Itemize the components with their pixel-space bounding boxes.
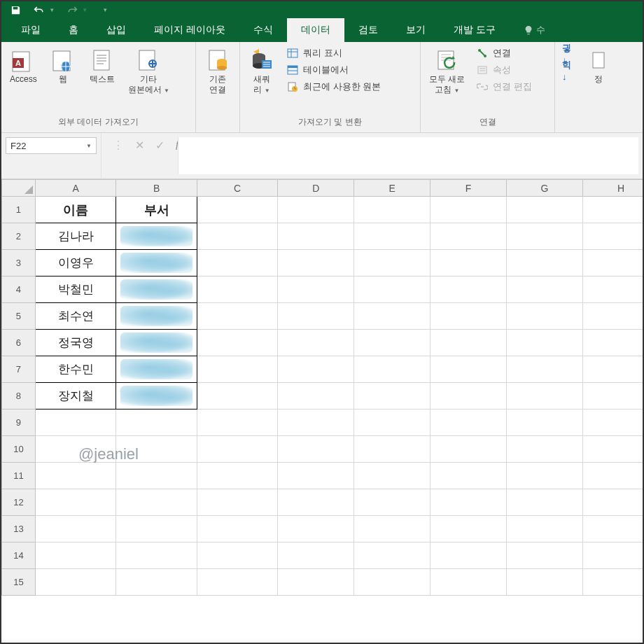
- cell[interactable]: [430, 303, 507, 330]
- cell[interactable]: [278, 489, 354, 516]
- tab-page-layout[interactable]: 페이지 레이아웃: [140, 18, 239, 42]
- tab-home[interactable]: 홈: [55, 18, 92, 42]
- cell[interactable]: [278, 569, 354, 596]
- cell[interactable]: [197, 542, 277, 569]
- cell[interactable]: [278, 410, 354, 436]
- cell[interactable]: [197, 356, 277, 383]
- cell[interactable]: [354, 223, 430, 250]
- cell[interactable]: [35, 410, 115, 436]
- select-all-corner[interactable]: [2, 180, 36, 197]
- formula-bar-input[interactable]: [178, 137, 638, 174]
- cell-B5[interactable]: [116, 303, 197, 330]
- cell[interactable]: [507, 383, 583, 410]
- col-header-H[interactable]: H: [582, 180, 644, 197]
- cell[interactable]: [354, 303, 430, 330]
- cell-B8[interactable]: [116, 383, 197, 410]
- recent-sources-button[interactable]: 최근에 사용한 원본: [285, 80, 382, 94]
- cell[interactable]: [197, 489, 277, 516]
- connections-button[interactable]: 연결: [475, 46, 533, 60]
- sort-button[interactable]: 정: [583, 46, 614, 86]
- from-table-button[interactable]: 테이블에서: [285, 63, 382, 77]
- cell[interactable]: [582, 436, 644, 463]
- cell[interactable]: [116, 542, 197, 569]
- cell[interactable]: [354, 410, 430, 436]
- cell[interactable]: [507, 330, 583, 356]
- cell[interactable]: [278, 223, 354, 250]
- cell[interactable]: [507, 276, 583, 303]
- col-header-E[interactable]: E: [354, 180, 430, 197]
- cell[interactable]: [582, 516, 644, 542]
- cell[interactable]: [354, 356, 430, 383]
- cell[interactable]: [430, 489, 507, 516]
- row-header[interactable]: 13: [2, 516, 36, 542]
- cell[interactable]: [35, 463, 115, 489]
- cell[interactable]: [507, 410, 583, 436]
- refresh-all-button[interactable]: 모두 새로고침 ▼: [426, 46, 468, 97]
- cell[interactable]: [582, 303, 644, 330]
- cell[interactable]: [278, 383, 354, 410]
- cell-A7[interactable]: 한수민: [35, 356, 115, 383]
- cell[interactable]: [35, 569, 115, 596]
- cell[interactable]: [430, 436, 507, 463]
- row-header[interactable]: 10: [2, 436, 36, 463]
- cell[interactable]: [582, 197, 644, 223]
- row-header[interactable]: 6: [2, 330, 36, 356]
- row-header[interactable]: 5: [2, 303, 36, 330]
- cell[interactable]: [582, 223, 644, 250]
- from-web-button[interactable]: 웹: [47, 46, 79, 86]
- cell[interactable]: [278, 463, 354, 489]
- cell[interactable]: [430, 276, 507, 303]
- cell-A5[interactable]: 최수연: [35, 303, 115, 330]
- cell[interactable]: [35, 516, 115, 542]
- cell[interactable]: [430, 383, 507, 410]
- row-header[interactable]: 8: [2, 383, 36, 410]
- col-header-A[interactable]: A: [35, 180, 115, 197]
- tab-formulas[interactable]: 수식: [239, 18, 287, 42]
- cell[interactable]: [430, 516, 507, 542]
- show-queries-button[interactable]: 쿼리 표시: [285, 46, 382, 60]
- tell-me[interactable]: 수: [510, 18, 559, 42]
- row-header[interactable]: 15: [2, 569, 36, 596]
- cell[interactable]: [582, 569, 644, 596]
- row-header[interactable]: 3: [2, 250, 36, 276]
- tab-developer[interactable]: 개발 도구: [440, 18, 510, 42]
- cell[interactable]: [507, 463, 583, 489]
- tab-view[interactable]: 보기: [392, 18, 440, 42]
- cell[interactable]: [116, 489, 197, 516]
- cell[interactable]: [116, 569, 197, 596]
- cell-A8[interactable]: 장지철: [35, 383, 115, 410]
- cell[interactable]: [430, 463, 507, 489]
- cell-A4[interactable]: 박철민: [35, 276, 115, 303]
- cell[interactable]: [197, 410, 277, 436]
- cell[interactable]: [354, 542, 430, 569]
- cell[interactable]: [197, 516, 277, 542]
- cell-A3[interactable]: 이영우: [35, 250, 115, 276]
- cell[interactable]: [582, 410, 644, 436]
- from-access-button[interactable]: A Access: [7, 46, 40, 86]
- row-header[interactable]: 12: [2, 489, 36, 516]
- cell[interactable]: [507, 303, 583, 330]
- cell[interactable]: [507, 516, 583, 542]
- cell[interactable]: [354, 436, 430, 463]
- row-header[interactable]: 4: [2, 276, 36, 303]
- cell[interactable]: [278, 250, 354, 276]
- cell[interactable]: [582, 463, 644, 489]
- cell-B6[interactable]: [116, 330, 197, 356]
- tab-review[interactable]: 검토: [344, 18, 392, 42]
- col-header-C[interactable]: C: [197, 180, 277, 197]
- cell[interactable]: [278, 356, 354, 383]
- cell-B4[interactable]: [116, 276, 197, 303]
- row-header[interactable]: 11: [2, 463, 36, 489]
- cell[interactable]: [507, 542, 583, 569]
- cell[interactable]: [278, 197, 354, 223]
- cell[interactable]: [430, 569, 507, 596]
- cell-B1[interactable]: 부서: [116, 197, 197, 223]
- cell[interactable]: [35, 542, 115, 569]
- cell[interactable]: [197, 303, 277, 330]
- new-query-button[interactable]: 새쿼리 ▼: [246, 46, 278, 97]
- cell[interactable]: [354, 569, 430, 596]
- cell-B3[interactable]: [116, 250, 197, 276]
- worksheet[interactable]: A B C D E F G H 1 이름 부서 2 김나라 3 이영우 4 박철…: [1, 179, 643, 596]
- cell[interactable]: [197, 463, 277, 489]
- cell[interactable]: [354, 276, 430, 303]
